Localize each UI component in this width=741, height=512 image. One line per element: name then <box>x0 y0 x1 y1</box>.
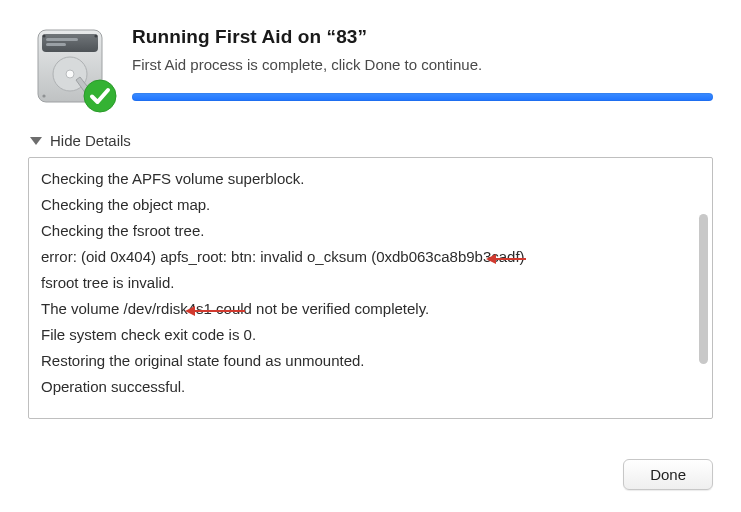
svg-point-6 <box>42 34 45 37</box>
log-line: error: (oid 0x404) apfs_root: btn: inval… <box>41 244 694 270</box>
log-line: fsroot tree is invalid. <box>41 270 694 296</box>
svg-point-10 <box>84 80 116 112</box>
svg-point-7 <box>94 34 97 37</box>
details-toggle-label: Hide Details <box>50 132 131 149</box>
header-text-block: Running First Aid on “83” First Aid proc… <box>132 24 713 101</box>
svg-rect-3 <box>46 43 66 46</box>
log-line: Checking the object map. <box>41 192 694 218</box>
success-check-icon <box>82 78 118 114</box>
log-line: The volume /dev/rdisk4s1 could not be ve… <box>41 296 694 322</box>
log-scrollbar[interactable] <box>699 214 708 364</box>
log-line: Checking the fsroot tree. <box>41 218 694 244</box>
svg-point-5 <box>66 70 74 78</box>
log-lines: Checking the APFS volume superblock.Chec… <box>29 158 712 418</box>
dialog-header: Running First Aid on “83” First Aid proc… <box>28 24 713 108</box>
progress-bar <box>132 93 713 101</box>
log-line: Operation successful. <box>41 374 694 400</box>
dialog-title: Running First Aid on “83” <box>132 26 713 48</box>
hide-details-toggle[interactable]: Hide Details <box>30 132 131 149</box>
svg-rect-2 <box>46 38 78 41</box>
done-button[interactable]: Done <box>623 459 713 490</box>
disk-icon-with-badge <box>28 24 112 108</box>
log-line: Checking the APFS volume superblock. <box>41 166 694 192</box>
first-aid-dialog: Running First Aid on “83” First Aid proc… <box>0 0 741 512</box>
disclosure-triangle-icon <box>30 137 42 145</box>
log-line: File system check exit code is 0. <box>41 322 694 348</box>
svg-point-8 <box>42 94 45 97</box>
log-line: Restoring the original state found as un… <box>41 348 694 374</box>
dialog-subtitle: First Aid process is complete, click Don… <box>132 56 713 73</box>
log-output: Checking the APFS volume superblock.Chec… <box>28 157 713 419</box>
dialog-footer: Done <box>623 459 713 490</box>
